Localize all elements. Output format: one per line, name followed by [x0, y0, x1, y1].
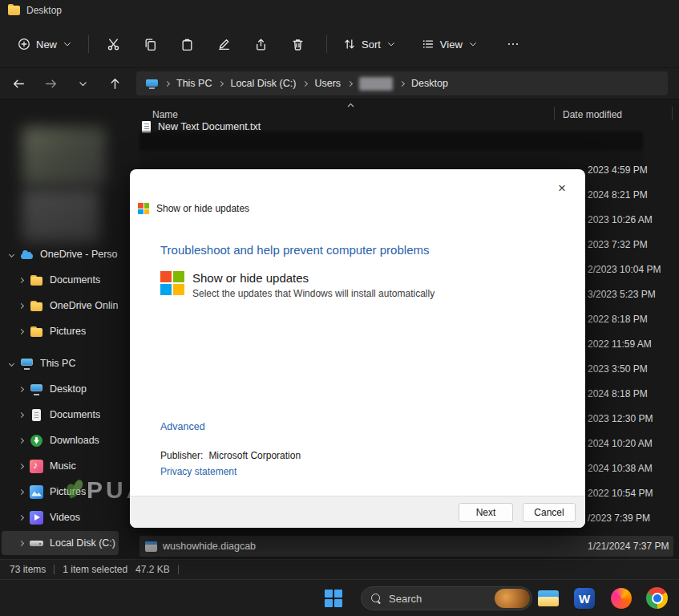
sidebar-item-label: Documents	[50, 274, 100, 286]
back-button[interactable]	[8, 73, 29, 94]
chevron-right-icon[interactable]	[18, 437, 24, 443]
chevron-down-icon[interactable]	[9, 251, 14, 257]
plus-circle-icon	[18, 38, 30, 51]
breadcrumb-users[interactable]: Users	[314, 78, 341, 89]
date-modified-cell: 1/21/2024 7:37 PM	[588, 541, 669, 552]
date-modified-cell[interactable]: 2023 7:32 PM	[588, 239, 648, 250]
sidebar-item-downloads[interactable]: Downloads	[2, 428, 119, 452]
history-dropdown-button[interactable]	[72, 73, 93, 94]
date-modified-cell[interactable]: 2/2023 10:04 PM	[588, 264, 661, 275]
copy-button[interactable]	[134, 30, 166, 58]
date-modified-cell[interactable]: 2022 10:54 PM	[588, 488, 653, 499]
date-modified-cell[interactable]: 2024 8:21 PM	[588, 189, 648, 201]
file-explorer-window: Desktop New Sort View	[0, 0, 679, 616]
chevron-right-icon[interactable]	[18, 463, 24, 468]
sort-button[interactable]: Sort	[335, 32, 404, 56]
sidebar-item-desktop[interactable]: Desktop	[2, 377, 119, 401]
cut-button[interactable]	[97, 30, 129, 58]
delete-button[interactable]	[281, 30, 313, 58]
breadcrumb-chevron-icon[interactable]	[399, 80, 405, 86]
breadcrumb[interactable]: This PC Local Disk (C:) Users Desktop	[136, 71, 668, 95]
word-taskbar-icon[interactable]: W	[574, 588, 595, 609]
rename-icon	[217, 38, 231, 51]
date-modified-cell[interactable]: 2023 4:59 PM	[588, 164, 648, 176]
column-header-date-modified[interactable]: Date modified	[563, 109, 622, 120]
date-modified-cell[interactable]: /2023 7:39 PM	[588, 513, 650, 524]
view-button[interactable]: View	[414, 32, 486, 56]
date-modified-cell[interactable]: 2024 10:38 AM	[588, 463, 653, 474]
date-modified-cell[interactable]: 2023 12:30 PM	[588, 413, 653, 424]
taskbar: Search W	[0, 579, 679, 616]
sidebar-item-label: Music	[50, 460, 76, 472]
chevron-right-icon[interactable]	[18, 411, 24, 417]
date-modified-cell[interactable]: 2022 8:18 PM	[588, 314, 648, 325]
forward-button[interactable]	[40, 73, 61, 94]
date-modified-cell[interactable]: 2022 11:59 AM	[588, 338, 652, 350]
sidebar-item-pictures-onedrive[interactable]: Pictures	[2, 319, 119, 343]
rename-button[interactable]	[208, 30, 240, 58]
chevron-right-icon[interactable]	[18, 277, 24, 282]
date-modified-cell[interactable]: 2023 3:50 PM	[588, 363, 648, 375]
sidebar-item-videos[interactable]: Videos	[2, 505, 119, 529]
breadcrumb-desktop[interactable]: Desktop	[411, 78, 448, 89]
blurred-row	[139, 151, 643, 170]
troubleshooter-item-title: Show or hide updates	[192, 271, 434, 285]
file-row-wushowhide-selected[interactable]: wushowhide.diagcab 1/21/2024 7:37 PM	[139, 536, 673, 557]
new-button[interactable]: New	[10, 32, 80, 56]
column-divider[interactable]	[672, 107, 673, 120]
chevron-right-icon[interactable]	[18, 540, 24, 545]
chevron-right-icon[interactable]	[18, 386, 24, 391]
chevron-down-icon[interactable]	[9, 360, 14, 366]
ellipsis-icon	[507, 38, 519, 51]
chevron-right-icon[interactable]	[18, 488, 24, 494]
share-button[interactable]	[245, 30, 277, 58]
close-icon[interactable]: ×	[548, 177, 576, 200]
sidebar-item-label: This PC	[40, 358, 75, 369]
privacy-statement-link[interactable]: Privacy statement	[160, 466, 236, 477]
cancel-button[interactable]: Cancel	[523, 503, 576, 522]
sidebar-item-local-disk[interactable]: Local Disk (C:)	[2, 531, 119, 555]
up-button[interactable]	[104, 73, 125, 94]
chrome-taskbar-icon[interactable]	[646, 587, 668, 609]
share-icon	[254, 38, 268, 51]
breadcrumb-this-pc[interactable]: This PC	[176, 78, 212, 89]
app-taskbar-icon[interactable]	[611, 588, 632, 609]
sidebar-item-label: Pictures	[50, 326, 86, 337]
breadcrumb-chevron-icon[interactable]	[302, 80, 308, 86]
search-box[interactable]: Search	[361, 586, 532, 610]
folder-icon	[30, 325, 43, 338]
breadcrumb-chevron-icon[interactable]	[218, 80, 224, 86]
chevron-right-icon[interactable]	[18, 328, 24, 334]
chevron-down-icon	[63, 39, 72, 49]
search-highlight-image[interactable]	[495, 589, 530, 608]
redacted-username[interactable]	[359, 77, 393, 91]
search-icon	[371, 594, 382, 604]
sidebar-item-documents[interactable]: Documents	[2, 403, 119, 427]
sidebar-item-this-pc[interactable]: This PC	[2, 351, 119, 375]
more-options-button[interactable]	[497, 30, 529, 58]
new-button-label: New	[36, 38, 57, 51]
sidebar-item-music[interactable]: Music	[2, 454, 119, 478]
this-pc-icon	[146, 79, 158, 89]
blurred-thumbnail	[22, 127, 106, 186]
chevron-right-icon[interactable]	[18, 514, 24, 520]
start-button[interactable]	[325, 590, 342, 607]
breadcrumb-local-disk[interactable]: Local Disk (C:)	[230, 78, 296, 89]
column-divider[interactable]	[554, 107, 555, 120]
sidebar-item-onedrive[interactable]: OneDrive - Perso	[2, 242, 119, 266]
sidebar-item-onedrive-online[interactable]: OneDrive Onlin	[2, 294, 119, 318]
breadcrumb-chevron-icon[interactable]	[164, 80, 170, 86]
tab-desktop[interactable]: Desktop	[26, 5, 62, 16]
file-explorer-taskbar-icon[interactable]	[537, 588, 560, 609]
breadcrumb-chevron-icon[interactable]	[347, 80, 353, 86]
chevron-right-icon[interactable]	[18, 302, 24, 308]
date-modified-cell[interactable]: 3/2023 5:23 PM	[588, 289, 656, 300]
sidebar-item-documents-onedrive[interactable]: Documents	[2, 268, 119, 292]
next-button[interactable]: Next	[459, 503, 513, 522]
date-modified-cell[interactable]: 2023 10:26 AM	[588, 214, 653, 225]
advanced-link[interactable]: Advanced	[160, 421, 205, 432]
paste-button[interactable]	[171, 30, 203, 58]
dialog-title-row: Show or hide updates	[138, 203, 249, 214]
date-modified-cell[interactable]: 2024 8:18 PM	[588, 388, 648, 399]
date-modified-cell[interactable]: 2024 10:20 AM	[588, 438, 653, 449]
